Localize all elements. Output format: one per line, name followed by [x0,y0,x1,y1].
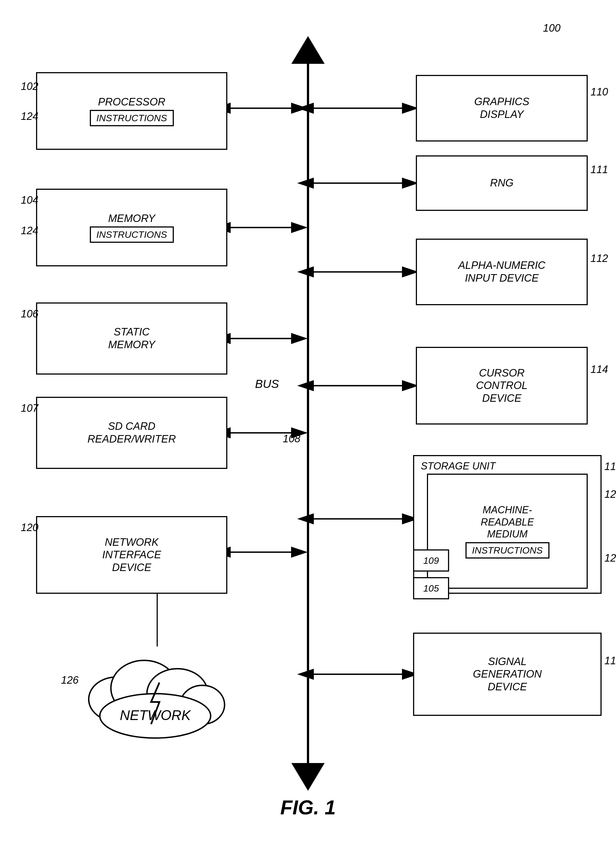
figure-label: FIG. 1 [280,796,336,819]
memory-box: MEMORY INSTRUCTIONS [36,189,227,266]
ref-122: 122 [604,488,616,500]
storage-unit-label: STORAGE UNIT [418,460,496,472]
rng-label: RNG [490,177,513,190]
storage-instructions-label: INSTRUCTIONS [472,545,543,556]
network-interface-box: NETWORKINTERFACEDEVICE [36,516,227,594]
ref-126: 126 [61,674,78,686]
ref-120: 120 [21,522,38,534]
alpha-numeric-box: ALPHA-NUMERICINPUT DEVICE [416,239,588,305]
ref-100: 100 [543,22,560,34]
memory-instructions-box: INSTRUCTIONS [90,226,174,243]
memory-instructions-label: INSTRUCTIONS [97,229,167,240]
memory-label: MEMORY [108,212,155,225]
ref-104: 104 [21,194,38,206]
processor-label: PROCESSOR [98,96,166,109]
ref-124c: 124 [604,552,616,564]
signal-generation-box: SIGNALGENERATIONDEVICE [413,633,601,716]
sd-card-box: SD CARDREADER/WRITER [36,397,227,469]
storage-unit-box: STORAGE UNIT MACHINE-READABLEMEDIUM INST… [413,455,601,594]
svg-marker-5 [291,763,325,791]
bus-label: BUS [255,377,279,391]
static-memory-label: STATICMEMORY [108,326,155,351]
ref-124b: 124 [21,225,38,237]
signal-generation-label: SIGNALGENERATIONDEVICE [473,655,542,693]
ref-105-label: 105 [423,583,439,594]
processor-instructions-box: INSTRUCTIONS [90,110,174,126]
storage-instructions-box: INSTRUCTIONS [465,542,550,559]
ref-109-label: 109 [423,555,439,566]
svg-marker-4 [291,36,325,64]
cursor-control-label: CURSORCONTROLDEVICE [476,367,528,405]
ref-109-box: 109 [413,549,449,572]
graphics-display-label: GRAPHICSDISPLAY [474,96,529,121]
network-cloud: NETWORK [78,638,233,744]
diagram: 100 [0,0,616,841]
machine-readable-label: MACHINE-READABLEMEDIUM [481,504,534,540]
ref-108: 108 [283,433,300,445]
ref-116: 116 [604,460,616,472]
network-cloud-svg: NETWORK [78,638,233,744]
cursor-control-box: CURSORCONTROLDEVICE [416,347,588,425]
svg-text:NETWORK: NETWORK [120,707,191,723]
graphics-display-box: GRAPHICSDISPLAY [416,75,588,141]
processor-box: PROCESSOR INSTRUCTIONS [36,72,227,150]
network-interface-label: NETWORKINTERFACEDEVICE [102,536,161,574]
processor-instructions-label: INSTRUCTIONS [97,113,167,123]
ref-111: 111 [591,164,608,176]
ref-105-box: 105 [413,577,449,599]
rng-box: RNG [416,155,588,211]
ref-106: 106 [21,308,38,320]
ref-102: 102 [21,81,38,93]
ref-114: 114 [591,363,608,375]
ref-112: 112 [591,253,608,265]
sd-card-label: SD CARDREADER/WRITER [88,420,176,445]
ref-124a: 124 [21,110,38,122]
ref-110: 110 [591,86,608,98]
ref-118: 118 [604,655,616,667]
alpha-numeric-label: ALPHA-NUMERICINPUT DEVICE [458,259,546,284]
static-memory-box: STATICMEMORY [36,303,227,375]
ref-107: 107 [21,402,38,414]
